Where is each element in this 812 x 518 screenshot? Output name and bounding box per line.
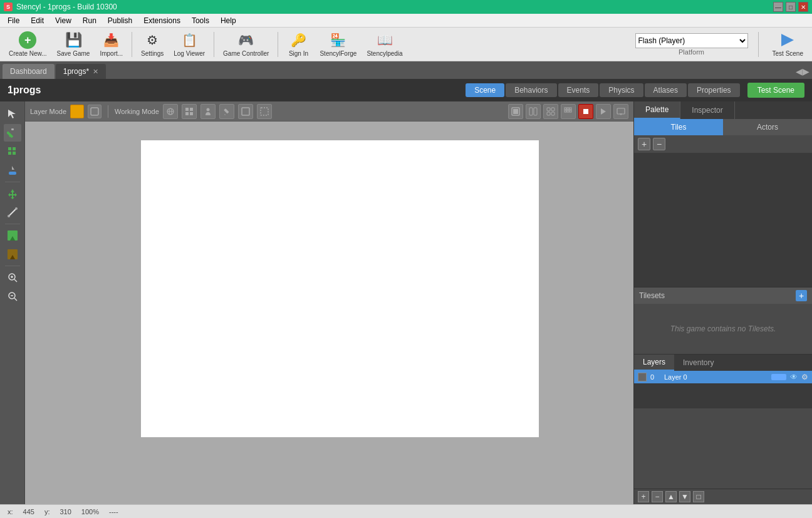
inspector-tab[interactable]: Inspector xyxy=(680,101,734,119)
tab-close-icon[interactable]: ✕ xyxy=(93,68,98,76)
actors-tab[interactable]: Actors xyxy=(723,119,812,135)
create-new-button[interactable]: + Create New... xyxy=(5,29,51,60)
x-label: x: xyxy=(8,508,13,515)
stencylforge-button[interactable]: 🏪 StencylForge xyxy=(316,29,360,60)
svg-marker-1 xyxy=(8,110,16,118)
menu-view[interactable]: View xyxy=(50,15,76,26)
svg-rect-25 xyxy=(91,108,98,115)
dashboard-tab[interactable]: Dashboard xyxy=(3,64,55,79)
pencil-tool[interactable] xyxy=(4,124,21,142)
svg-rect-5 xyxy=(8,147,11,150)
view-btn-4[interactable] xyxy=(561,104,576,119)
view-btn-3[interactable] xyxy=(543,104,558,119)
layer-visibility-icon[interactable]: 👁 xyxy=(790,373,798,381)
layer-color xyxy=(771,374,786,380)
scene-tab-atlases[interactable]: Atlases xyxy=(645,83,687,97)
game-controller-label: Game Controller xyxy=(223,50,269,57)
layers-tab[interactable]: Layers xyxy=(634,355,674,371)
menu-help[interactable]: Help xyxy=(216,15,241,26)
working-mode-rect[interactable] xyxy=(238,104,253,119)
working-mode-pen[interactable] xyxy=(219,104,234,119)
zoom-out-btn[interactable]: − xyxy=(653,138,665,150)
layer-remove-btn[interactable]: − xyxy=(652,491,663,502)
layer-icon xyxy=(638,373,647,381)
save-game-button[interactable]: 💾 Save Game xyxy=(53,29,94,60)
scene-tab-physics[interactable]: Physics xyxy=(600,83,643,97)
layer-options-btn[interactable]: □ xyxy=(693,491,704,502)
layer-mode-btn-orange[interactable] xyxy=(70,105,84,118)
working-mode-label: Working Mode xyxy=(115,108,159,115)
view-btn-2[interactable] xyxy=(526,104,541,119)
view-btn-screen[interactable] xyxy=(613,104,628,119)
menu-extensions[interactable]: Extensions xyxy=(138,15,185,26)
layer-mode-btn-gray[interactable] xyxy=(88,105,102,118)
stencylpedia-button[interactable]: 📖 Stencylpedia xyxy=(363,29,406,60)
working-mode-dotted[interactable] xyxy=(257,104,272,119)
test-scene-button[interactable]: Test Scene xyxy=(747,83,804,98)
main-content: Layer Mode Working Mode xyxy=(0,101,812,504)
tile-content xyxy=(634,153,812,287)
svg-rect-31 xyxy=(185,112,189,115)
line-tool[interactable] xyxy=(4,204,21,221)
view-btn-stop[interactable] xyxy=(578,104,593,119)
zoom-out-tool[interactable] xyxy=(4,287,21,305)
working-mode-grid1[interactable] xyxy=(182,104,197,119)
1progs-tab[interactable]: 1progs* ✕ xyxy=(56,64,106,79)
fill-tool[interactable] xyxy=(4,162,21,179)
menu-tools[interactable]: Tools xyxy=(187,15,214,26)
menu-file[interactable]: File xyxy=(3,15,24,26)
svg-marker-35 xyxy=(224,114,226,115)
move-tool[interactable] xyxy=(4,185,21,202)
minimize-button[interactable]: — xyxy=(773,2,783,12)
settings-button[interactable]: ⚙ Settings xyxy=(137,29,167,60)
view-btn-play[interactable] xyxy=(596,104,611,119)
menu-run[interactable]: Run xyxy=(78,15,102,26)
layer-down-btn[interactable]: ▼ xyxy=(679,491,690,502)
sign-in-button[interactable]: 🔑 Sign In xyxy=(283,29,313,60)
log-viewer-button[interactable]: 📋 Log Viewer xyxy=(170,29,209,60)
terrain-tool-2[interactable] xyxy=(4,246,21,263)
working-mode-globe[interactable] xyxy=(163,104,178,119)
platform-select[interactable]: Flash (Player) HTML5 iOS Android Windows… xyxy=(635,33,748,48)
maximize-button[interactable]: □ xyxy=(786,2,796,12)
tab-scroll-left[interactable]: ◀ xyxy=(796,66,803,76)
view-btn-1[interactable] xyxy=(508,104,523,119)
svg-line-19 xyxy=(14,279,17,282)
terrain-tool-1[interactable] xyxy=(4,227,21,244)
scene-title: 1progs xyxy=(8,85,41,96)
svg-rect-49 xyxy=(565,110,566,112)
close-button[interactable]: ✕ xyxy=(798,2,808,12)
menu-publish[interactable]: Publish xyxy=(103,15,137,26)
right-panel: Palette Inspector Tiles Actors + − Tiles… xyxy=(633,101,812,504)
add-tileset-button[interactable]: + xyxy=(796,290,807,301)
layer-up-btn[interactable]: ▲ xyxy=(665,491,677,502)
svg-rect-45 xyxy=(551,112,554,115)
import-button[interactable]: 📥 Import... xyxy=(96,29,127,60)
scene-tab-properties[interactable]: Properties xyxy=(688,83,740,97)
scene-tab-events[interactable]: Events xyxy=(558,83,599,97)
tiles-tab[interactable]: Tiles xyxy=(634,119,723,135)
zoom-in-tool[interactable] xyxy=(4,269,21,286)
menu-edit[interactable]: Edit xyxy=(26,15,49,26)
layer-row[interactable]: 0 Layer 0 👁 ⚙ xyxy=(634,371,812,383)
scene-tab-scene[interactable]: Scene xyxy=(466,83,504,97)
tilesets-label: Tilesets xyxy=(639,291,665,300)
select-tool[interactable] xyxy=(4,105,21,123)
tab-scroll-right[interactable]: ▶ xyxy=(803,66,809,76)
working-mode-person[interactable] xyxy=(200,104,216,119)
grid-fill-tool[interactable] xyxy=(4,143,21,160)
layer-settings-icon[interactable]: ⚙ xyxy=(801,373,808,381)
settings-icon: ⚙ xyxy=(143,31,161,49)
zoom-in-btn[interactable]: + xyxy=(638,138,650,150)
app-title: Stencyl - 1progs - Build 10300 xyxy=(16,3,117,11)
inventory-tab[interactable]: Inventory xyxy=(674,355,722,371)
canvas-wrapper: Layer Mode Working Mode xyxy=(25,101,633,504)
canvas-area[interactable] xyxy=(25,122,633,504)
scene-tab-behaviors[interactable]: Behaviors xyxy=(506,83,556,97)
layer-add-btn[interactable]: + xyxy=(638,491,649,502)
palette-tab[interactable]: Palette xyxy=(634,101,680,119)
svg-rect-47 xyxy=(567,108,569,110)
game-controller-button[interactable]: 🎮 Game Controller xyxy=(219,29,273,60)
svg-rect-36 xyxy=(242,108,249,115)
test-scene-toolbar-button[interactable]: Test Scene xyxy=(769,29,807,60)
